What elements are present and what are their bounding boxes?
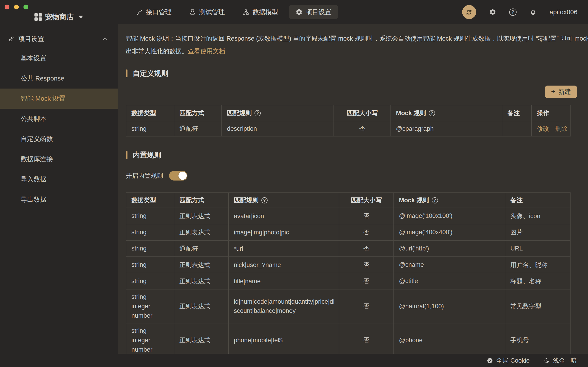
help-icon[interactable]: ?: [254, 110, 261, 116]
gear-icon: [489, 8, 496, 16]
status-bar: 全局 Cookie 浅金 · 暗: [118, 354, 588, 367]
link-icon: [8, 35, 15, 42]
notice-line-1: 智能 Mock 说明：当接口设计的返回 Response (或数据模型) 里的字…: [126, 32, 577, 45]
cell-note: 常见数字型: [505, 289, 570, 323]
cell-match-mode: 正则表达式: [174, 208, 229, 224]
builtin-rules-toggle[interactable]: [169, 171, 187, 181]
tab-project-settings[interactable]: 项目设置: [289, 5, 338, 19]
help-icon[interactable]: ?: [432, 197, 438, 203]
help-icon[interactable]: ?: [261, 197, 268, 203]
cell-data-type: string: [126, 121, 174, 136]
toggle-knob: [179, 172, 187, 180]
main-area: 接口管理 测试管理 数据模型: [118, 0, 588, 367]
table-header-row: 数据类型匹配方式匹配规则?匹配大小写Mock 规则?备注操作: [126, 105, 570, 121]
project-name: 宠物商店: [45, 12, 73, 22]
maximize-window-button[interactable]: [23, 5, 28, 9]
table-row: string正则表达式avatar|icon否@image('100x100')…: [126, 208, 570, 224]
column-header: 匹配方式: [174, 193, 229, 208]
chevron-up-icon: [102, 36, 108, 42]
top-bar: 接口管理 测试管理 数据模型: [118, 0, 588, 24]
cell-actions: 修改删除: [531, 121, 570, 136]
tab-api-management[interactable]: 接口管理: [129, 5, 178, 19]
sidebar-item[interactable]: 公共脚本: [0, 109, 118, 129]
cell-match-rule: nick|user_?name: [229, 257, 339, 273]
builtin-rules-table: 数据类型匹配方式匹配规则?匹配大小写Mock 规则?备注 string正则表达式…: [126, 192, 571, 354]
sidebar-item[interactable]: 数据库连接: [0, 149, 118, 169]
sidebar-item[interactable]: 基本设置: [0, 48, 118, 68]
cell-note: 手机号: [505, 323, 570, 354]
sync-button[interactable]: [462, 5, 476, 19]
cell-case-sensitive: 否: [339, 257, 394, 273]
cell-data-type: stringintegernumber: [126, 323, 174, 354]
sidebar-item[interactable]: 自定义函数: [0, 129, 118, 149]
global-cookie-button[interactable]: 全局 Cookie: [487, 357, 530, 365]
api-icon: [136, 9, 143, 16]
tab-data-model[interactable]: 数据模型: [236, 5, 285, 19]
cell-mock-rule: @natural(1,100): [394, 289, 505, 323]
theme-switcher[interactable]: 浅金 · 暗: [544, 357, 577, 365]
cell-match-rule: title|name: [229, 273, 339, 289]
title-accent-bar: [126, 69, 128, 77]
cell-mock-rule: @cparagraph: [391, 121, 502, 136]
cell-mock-rule: @image('100x100'): [394, 208, 505, 224]
question-icon: ?: [509, 8, 517, 16]
cell-case-sensitive: 否: [339, 224, 394, 240]
column-header: 备注: [502, 105, 531, 121]
cell-match-mode: 正则表达式: [174, 323, 229, 354]
tab-label: 项目设置: [306, 8, 331, 17]
cell-data-type: string: [126, 208, 174, 224]
close-window-button[interactable]: [5, 5, 9, 9]
moon-icon: [544, 358, 550, 364]
tab-test-management[interactable]: 测试管理: [183, 5, 231, 19]
column-header: 匹配大小写: [339, 193, 394, 208]
cell-match-rule: id|num|code|amount|quantity|price|discou…: [229, 289, 339, 323]
cookie-icon: [487, 357, 493, 364]
cell-data-type: string: [126, 240, 174, 257]
table-row: string正则表达式nick|user_?name否@cname用户名、昵称: [126, 257, 570, 273]
cell-data-type: string: [126, 257, 174, 273]
table-row: string通配符*url否@url('http')URL: [126, 240, 570, 257]
docs-link[interactable]: 查看使用文档: [188, 48, 225, 55]
delete-link[interactable]: 删除: [555, 125, 568, 132]
smart-mock-notice: 智能 Mock 说明：当接口设计的返回 Response (或数据模型) 里的字…: [126, 32, 577, 58]
minimize-window-button[interactable]: [14, 5, 19, 9]
sidebar-item[interactable]: 导入数据: [0, 169, 118, 190]
help-button[interactable]: ?: [509, 8, 517, 16]
cell-case-sensitive: 否: [339, 289, 394, 323]
table-row: stringintegernumber正则表达式id|num|code|amou…: [126, 289, 570, 323]
sidebar-item[interactable]: 导出数据: [0, 190, 118, 210]
sidebar-group-project-settings[interactable]: 项目设置: [0, 32, 118, 46]
gear-icon: [296, 9, 303, 16]
cell-case-sensitive: 否: [334, 121, 391, 136]
cell-case-sensitive: 否: [339, 273, 394, 289]
apifox-window: 宠物商店 项目设置 基本设置公共 Response智能 Mock 设置公共脚本自…: [0, 0, 588, 367]
custom-rules-toolbar: + 新建: [126, 85, 577, 98]
notifications-button[interactable]: [529, 8, 537, 16]
cell-note: 用户名、昵称: [505, 257, 570, 273]
new-rule-button[interactable]: + 新建: [545, 85, 577, 98]
sidebar-items: 基本设置公共 Response智能 Mock 设置公共脚本自定义函数数据库连接导…: [0, 48, 118, 210]
project-switcher[interactable]: 宠物商店: [0, 12, 118, 22]
cell-case-sensitive: 否: [339, 208, 394, 224]
settings-button[interactable]: [489, 8, 496, 16]
table-header-row: 数据类型匹配方式匹配规则?匹配大小写Mock 规则?备注: [126, 193, 570, 208]
smart-mock-settings-page: 智能 Mock 说明：当接口设计的返回 Response (或数据模型) 里的字…: [118, 24, 588, 354]
edit-link[interactable]: 修改: [537, 125, 549, 132]
cell-match-rule: *url: [229, 240, 339, 257]
username[interactable]: apifox006: [550, 8, 578, 16]
column-header: Mock 规则?: [394, 193, 505, 208]
cell-mock-rule: @url('http'): [394, 240, 505, 257]
help-icon[interactable]: ?: [429, 110, 435, 116]
table-row: string正则表达式title|name否@ctitle标题、名称: [126, 273, 570, 289]
caret-down-icon: [78, 16, 83, 19]
sidebar-item[interactable]: 智能 Mock 设置: [0, 89, 118, 109]
topbar-actions: ? apifox006: [462, 5, 578, 19]
cell-match-mode: 通配符: [174, 121, 222, 136]
cell-mock-rule: @cname: [394, 257, 505, 273]
builtin-rules-section-title: 内置规则: [126, 150, 577, 160]
sync-icon: [465, 8, 473, 16]
sidebar-item[interactable]: 公共 Response: [0, 68, 118, 89]
cell-match-rule: phone|mobile|tel$: [229, 323, 339, 354]
sidebar: 宠物商店 项目设置 基本设置公共 Response智能 Mock 设置公共脚本自…: [0, 0, 118, 367]
column-header: 数据类型: [126, 193, 174, 208]
